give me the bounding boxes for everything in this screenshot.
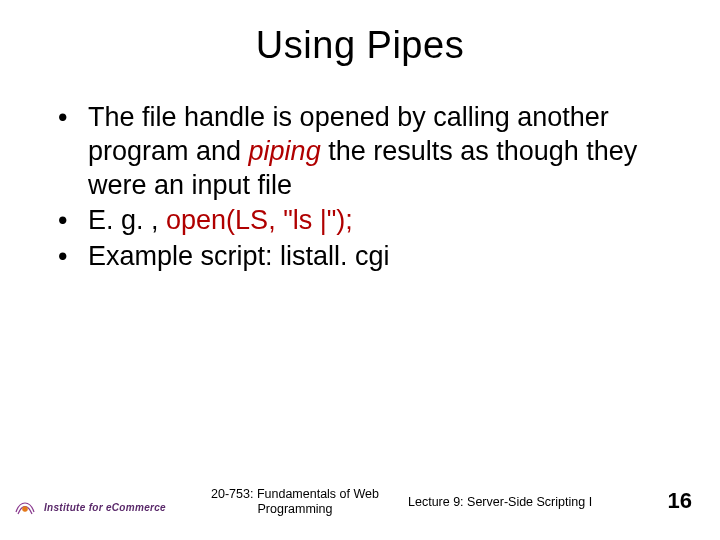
bullet-3: Example script: listall. cgi bbox=[58, 240, 670, 274]
bullet-1-emph: piping bbox=[249, 136, 321, 166]
slide-title: Using Pipes bbox=[40, 24, 680, 67]
footer: Institute for eCommerce 20-753: Fundamen… bbox=[0, 478, 720, 526]
slide-content: The file handle is opened by calling ano… bbox=[40, 101, 680, 274]
svg-point-0 bbox=[23, 507, 27, 511]
slide: Using Pipes The file handle is opened by… bbox=[0, 0, 720, 540]
bullet-2-text-a: E. g. , bbox=[88, 205, 166, 235]
page-number: 16 bbox=[668, 488, 692, 514]
bullet-2: E. g. , open(LS, "ls |"); bbox=[58, 204, 670, 238]
footer-course: 20-753: Fundamentals of Web Programming bbox=[210, 487, 380, 516]
footer-logo: Institute for eCommerce bbox=[12, 494, 166, 520]
bullet-list: The file handle is opened by calling ano… bbox=[58, 101, 670, 274]
footer-logo-text: Institute for eCommerce bbox=[44, 502, 166, 513]
logo-icon bbox=[12, 494, 38, 520]
bullet-1: The file handle is opened by calling ano… bbox=[58, 101, 670, 202]
footer-lecture: Lecture 9: Server-Side Scripting I bbox=[408, 495, 592, 509]
bullet-2-code: open(LS, "ls |"); bbox=[166, 205, 353, 235]
